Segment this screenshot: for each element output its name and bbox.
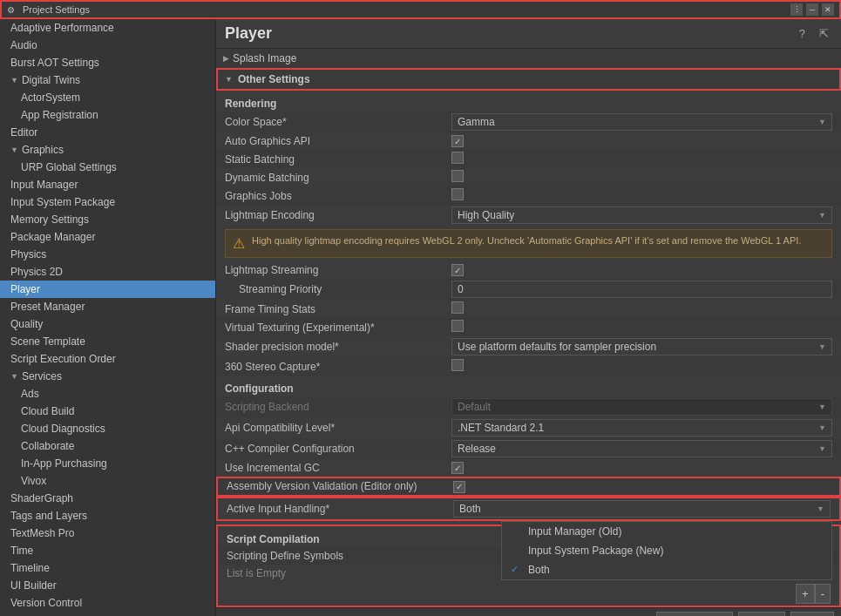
auto-graphics-label: Auto Graphics API [225,135,451,147]
sidebar-item-version-control[interactable]: Version Control [0,594,215,612]
bottom-toolbar: Copy Defines Revert Apply [216,607,841,617]
frame-timing-checkbox[interactable] [451,301,464,314]
static-batching-checkbox[interactable] [451,152,464,164]
sidebar-item-timeline[interactable]: Timeline [0,559,215,577]
assembly-version-checkbox[interactable] [453,481,465,493]
sidebar-item-script-execution-order[interactable]: Script Execution Order [0,350,215,368]
script-compilation-label: Script Compilation [227,533,320,545]
scripting-backend-dropdown[interactable]: Default ▼ [451,398,832,416]
close-button[interactable]: ✕ [822,3,834,16]
expand-arrow-icon: ▼ [10,76,18,85]
static-batching-label: Static Batching [225,153,451,166]
sidebar-item-urp-global-settings[interactable]: URP Global Settings [0,159,215,176]
sidebar-item-label: Editor [10,126,37,139]
sidebar-item-input-manager[interactable]: Input Manager [0,176,215,193]
sidebar-item-cloud-diagnostics[interactable]: Cloud Diagnostics [0,420,215,437]
sidebar-item-label: Cloud Diagnostics [21,423,105,435]
incremental-gc-checkbox[interactable] [451,462,464,474]
sidebar-item-services[interactable]: ▼ Services [0,368,215,385]
help-button[interactable]: ? [796,25,809,42]
sidebar-item-ui-builder[interactable]: UI Builder [0,577,215,594]
sidebar-item-label: App Registration [21,109,98,121]
dropdown-option-input-system-package[interactable]: Input System Package (New) [502,541,831,560]
graphics-jobs-checkbox[interactable] [451,188,464,200]
stereo-capture-label: 360 Stereo Capture* [225,361,451,373]
apply-button[interactable]: Apply [790,612,834,617]
lightmap-streaming-checkbox[interactable] [451,264,464,276]
streaming-priority-input[interactable] [451,281,832,298]
content-header: Player ? ⇱ [216,19,841,49]
sidebar-item-label: Tags and Layers [10,510,87,522]
settings-icon: ⚙ [7,3,19,16]
copy-defines-button[interactable]: Copy Defines [656,612,733,617]
sidebar-item-textmesh-pro[interactable]: TextMesh Pro [0,525,215,542]
cpp-compiler-dropdown[interactable]: Release ▼ [451,440,832,457]
sidebar-item-quality[interactable]: Quality [0,315,215,333]
header-icons: ? ⇱ [796,25,832,42]
active-input-handling-dropdown[interactable]: Both ▼ [453,500,831,518]
sidebar-item-time[interactable]: Time [0,542,215,559]
sidebar-item-audio[interactable]: Audio [0,37,215,54]
sidebar-item-preset-manager[interactable]: Preset Manager [0,298,215,315]
sidebar-item-in-app-purchasing[interactable]: In-App Purchasing [0,455,215,472]
active-input-handling-row: Active Input Handling* Both ▼ [216,497,841,521]
sidebar-item-digital-twins[interactable]: ▼ Digital Twins [0,71,215,89]
streaming-priority-row: Streaming Priority [216,279,841,300]
lightmap-encoding-label: Lightmap Encoding [225,209,451,221]
sidebar-item-memory-settings[interactable]: Memory Settings [0,211,215,228]
splash-image-section[interactable]: ▶ Splash Image [216,49,841,68]
sidebar-item-burst-aot[interactable]: Burst AOT Settings [0,54,215,71]
sidebar-item-vivox[interactable]: Vivox [0,472,215,490]
sidebar-item-label: Services [22,370,62,382]
sidebar-item-physics[interactable]: Physics [0,246,215,263]
warning-box: ⚠ High quality lightmap encoding require… [225,229,832,258]
sidebar-item-tags-and-layers[interactable]: Tags and Layers [0,507,215,525]
sidebar-item-graphics[interactable]: ▼ Graphics [0,141,215,159]
dynamic-batching-checkbox[interactable] [451,170,464,182]
sidebar-item-visual-scripting[interactable]: Visual Scripting [0,612,215,616]
sidebar-item-editor[interactable]: Editor [0,124,215,141]
dynamic-batching-label: Dynamic Batching [225,172,451,184]
menu-button[interactable]: ⋮ [790,3,803,16]
sidebar-item-collaborate[interactable]: Collaborate [0,437,215,455]
color-space-row: Color Space* Gamma ▼ [216,112,841,132]
sidebar-item-player[interactable]: Player [0,281,215,298]
shader-precision-dropdown[interactable]: Use platform defaults for sampler precis… [451,338,832,355]
dropdown-arrow-icon: ▼ [818,118,826,126]
stereo-capture-checkbox[interactable] [451,359,464,371]
sidebar-item-label: Collaborate [21,440,74,452]
add-define-button[interactable]: + [796,584,815,604]
sidebar-item-actor-system[interactable]: ActorSystem [0,89,215,106]
dropdown-option-input-manager[interactable]: Input Manager (Old) [502,522,831,541]
sidebar-item-shader-graph[interactable]: ShaderGraph [0,490,215,507]
sidebar-item-physics-2d[interactable]: Physics 2D [0,263,215,281]
remove-define-button[interactable]: - [815,584,831,604]
lightmap-encoding-dropdown[interactable]: High Quality ▼ [451,206,832,224]
sidebar-item-package-manager[interactable]: Package Manager [0,228,215,246]
revert-button[interactable]: Revert [738,612,785,617]
virtual-texturing-checkbox[interactable] [451,320,464,332]
sidebar-item-adaptive-performance[interactable]: Adaptive Performance [0,19,215,37]
sidebar-item-app-registration[interactable]: App Registration [0,106,215,124]
rendering-label: Rendering [225,98,276,110]
sidebar-item-scene-template[interactable]: Scene Template [0,333,215,350]
auto-graphics-checkbox[interactable] [451,135,464,147]
lightmap-streaming-row: Lightmap Streaming [216,261,841,279]
api-compatibility-dropdown[interactable]: .NET Standard 2.1 ▼ [451,419,832,437]
incremental-gc-label: Use Incremental GC [225,462,451,474]
color-space-dropdown[interactable]: Gamma ▼ [451,113,832,131]
layout-button[interactable]: ⇱ [816,25,832,42]
minimize-button[interactable]: ─ [806,3,818,16]
sidebar-item-ads[interactable]: Ads [0,385,215,403]
sidebar-item-label: Timeline [10,562,50,574]
sidebar-item-label: Preset Manager [10,301,85,313]
sidebar-item-cloud-build[interactable]: Cloud Build [0,403,215,420]
content-area: Player ? ⇱ ▶ Splash Image ▼ Other Settin… [216,19,841,616]
sidebar-item-input-system-package[interactable]: Input System Package [0,193,215,211]
sidebar-item-label: Burst AOT Settings [10,57,99,69]
content-body: ▶ Splash Image ▼ Other Settings Renderin… [216,49,841,616]
sidebar-item-label: Digital Twins [22,74,80,86]
scripting-backend-row: Scripting Backend Default ▼ [216,396,841,417]
other-settings-section[interactable]: ▼ Other Settings [216,68,841,91]
dropdown-option-both[interactable]: ✓ Both [502,560,831,579]
